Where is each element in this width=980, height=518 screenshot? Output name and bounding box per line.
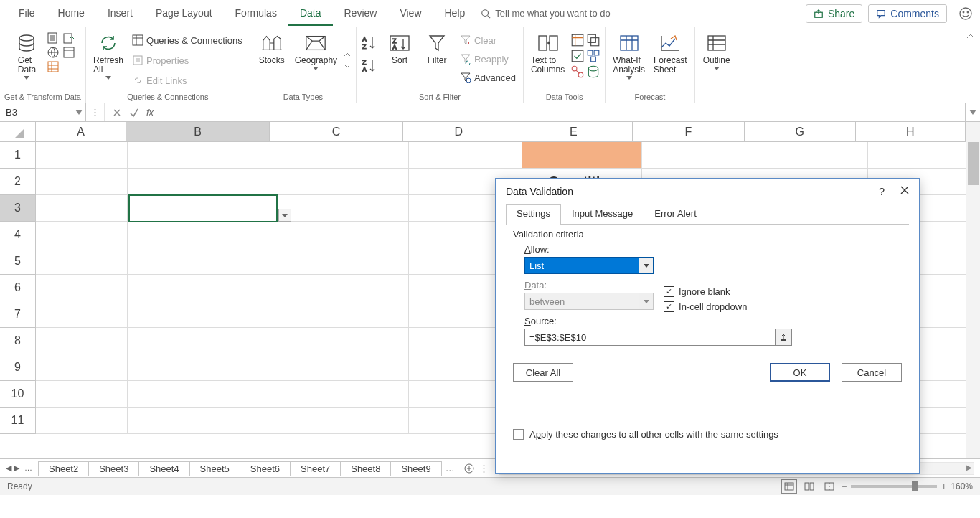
refresh-all-button[interactable]: Refresh All: [90, 30, 126, 81]
from-web-icon[interactable]: [47, 46, 60, 59]
page-break-view-icon[interactable]: [821, 479, 837, 494]
col-header-c[interactable]: C: [270, 122, 403, 142]
manage-data-model-icon[interactable]: [586, 65, 600, 79]
tab-home[interactable]: Home: [47, 1, 96, 26]
select-all-cells[interactable]: [0, 122, 36, 142]
cell-C3[interactable]: [273, 195, 409, 221]
collapse-ribbon-icon[interactable]: [961, 27, 980, 103]
sheet-tab[interactable]: Sheet6: [240, 461, 291, 476]
what-if-button[interactable]: What-If Analysis: [610, 30, 648, 81]
page-layout-view-icon[interactable]: [801, 479, 817, 494]
advanced-filter-button[interactable]: Advanced: [457, 70, 519, 85]
tab-file[interactable]: File: [7, 1, 47, 26]
tab-formulas[interactable]: Formulas: [224, 1, 288, 26]
row-header-9[interactable]: 9: [0, 354, 36, 381]
comments-button[interactable]: Comments: [868, 4, 947, 23]
col-header-e[interactable]: E: [514, 122, 633, 142]
geography-button[interactable]: Geography: [292, 30, 340, 72]
cell-C2[interactable]: [273, 169, 409, 194]
tab-view[interactable]: View: [388, 1, 433, 26]
next-sheet-icon[interactable]: ▶: [14, 463, 19, 473]
cell-B6[interactable]: [128, 275, 273, 301]
add-sheet-button[interactable]: [463, 463, 475, 474]
cell-C4[interactable]: [273, 222, 409, 248]
tabs-resize-handle[interactable]: ⋮: [475, 463, 493, 474]
cell-B8[interactable]: [128, 328, 273, 354]
cell-E1[interactable]: [522, 142, 642, 168]
vertical-scrollbar[interactable]: [966, 122, 980, 458]
allow-dropdown[interactable]: List: [524, 257, 654, 274]
cell-C8[interactable]: [273, 328, 409, 354]
get-data-button[interactable]: Get Data: [9, 30, 44, 81]
sheet-tab[interactable]: Sheet8: [340, 461, 391, 476]
sheet-tab[interactable]: Sheet3: [88, 461, 139, 476]
cell-C11[interactable]: [273, 408, 409, 433]
sort-desc-icon[interactable]: ZA: [361, 57, 380, 73]
cell-F1[interactable]: [642, 142, 755, 168]
cell-B3[interactable]: [128, 195, 273, 221]
zoom-out-button[interactable]: −: [842, 481, 847, 491]
cell-G1[interactable]: [755, 142, 869, 168]
row-header-10[interactable]: 10: [0, 381, 36, 408]
ignore-blank-checkbox[interactable]: ✓ Ignore blank: [664, 286, 747, 297]
ok-button[interactable]: OK: [770, 363, 830, 382]
cell-C5[interactable]: [273, 248, 409, 274]
tab-review[interactable]: Review: [333, 1, 389, 26]
cell-dropdown-handle[interactable]: [278, 209, 291, 222]
cell-D1[interactable]: [409, 142, 522, 168]
reapply-button[interactable]: Reapply: [457, 52, 519, 66]
cell-C6[interactable]: [273, 275, 409, 301]
cell-C10[interactable]: [273, 381, 409, 407]
cell-A8[interactable]: [36, 328, 128, 354]
cell-C9[interactable]: [273, 354, 409, 380]
dialog-tab-settings[interactable]: Settings: [506, 204, 561, 225]
cancel-formula-icon[interactable]: [112, 108, 122, 118]
col-header-b[interactable]: B: [126, 122, 270, 142]
incell-dropdown-checkbox[interactable]: ✓ In-cell dropdown: [664, 301, 747, 312]
col-header-d[interactable]: D: [403, 122, 514, 142]
row-header-5[interactable]: 5: [0, 248, 36, 275]
row-header-2[interactable]: 2: [0, 169, 36, 195]
row-header-4[interactable]: 4: [0, 222, 36, 248]
dialog-tab-input-message[interactable]: Input Message: [561, 204, 644, 224]
cell-A11[interactable]: [36, 408, 128, 433]
zoom-value[interactable]: 160%: [951, 481, 973, 491]
clear-all-button[interactable]: Clear All: [513, 363, 573, 382]
scroll-thumb[interactable]: [968, 142, 979, 185]
sheet-tab[interactable]: Sheet5: [189, 461, 240, 476]
dialog-help-button[interactable]: ?: [879, 186, 885, 197]
row-header-7[interactable]: 7: [0, 301, 36, 328]
tab-page-layout[interactable]: Page Layout: [144, 1, 224, 26]
expand-formula-bar-icon[interactable]: [966, 103, 980, 121]
cell-C1[interactable]: [273, 142, 409, 168]
sheet-tab[interactable]: Sheet9: [390, 461, 441, 476]
remove-duplicates-icon[interactable]: [586, 33, 600, 47]
apply-changes-checkbox[interactable]: Apply these changes to all other cells w…: [513, 429, 778, 440]
cell-B5[interactable]: [128, 248, 273, 274]
row-header-3[interactable]: 3: [0, 195, 36, 222]
share-button[interactable]: Share: [806, 4, 862, 23]
flash-fill-icon[interactable]: [570, 33, 585, 47]
cell-A1[interactable]: [36, 142, 128, 168]
source-input[interactable]: =$E$3:$E$10: [524, 329, 776, 346]
tab-insert[interactable]: Insert: [96, 1, 144, 26]
dialog-tab-error-alert[interactable]: Error Alert: [644, 204, 707, 224]
sort-button[interactable]: ZA Sort: [382, 30, 417, 67]
row-header-11[interactable]: 11: [0, 408, 36, 434]
zoom-slider[interactable]: [851, 485, 937, 488]
cell-A5[interactable]: [36, 248, 128, 274]
more-sheets-ellipsis[interactable]: …: [441, 463, 459, 474]
stocks-button[interactable]: Stocks: [255, 30, 289, 67]
data-validation-icon[interactable]: [570, 49, 585, 63]
sheet-tab[interactable]: Sheet7: [290, 461, 341, 476]
properties-button[interactable]: Properties: [129, 53, 245, 67]
cell-A3[interactable]: [36, 195, 128, 221]
row-header-8[interactable]: 8: [0, 328, 36, 354]
col-header-h[interactable]: H: [856, 122, 966, 142]
text-to-columns-button[interactable]: Text to Columns: [528, 30, 567, 76]
cell-H1[interactable]: [868, 142, 980, 168]
consolidate-icon[interactable]: [586, 49, 600, 63]
row-header-6[interactable]: 6: [0, 275, 36, 301]
edit-links-button[interactable]: Edit Links: [129, 73, 245, 88]
cell-B1[interactable]: [128, 142, 273, 168]
